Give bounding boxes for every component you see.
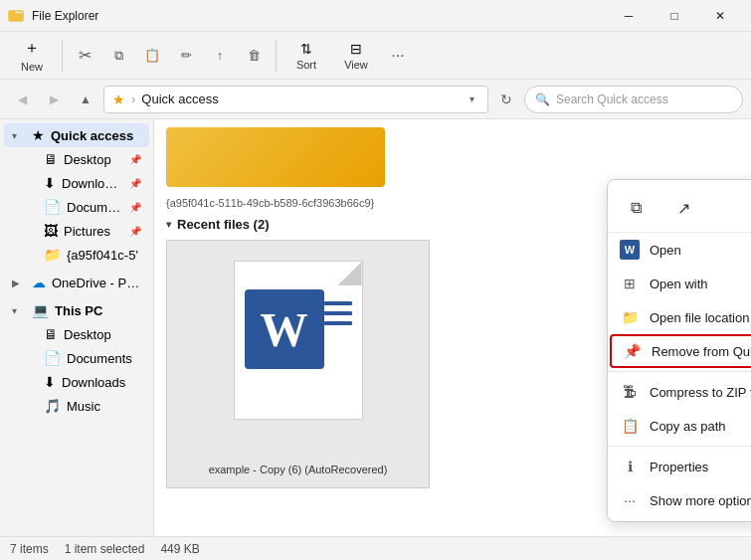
maximize-button[interactable]: □ (652, 0, 697, 32)
sidebar-item-quick-access[interactable]: ▾ ★ Quick access (4, 123, 149, 147)
search-icon: 🔍 (535, 93, 550, 106)
doc-line-1 (324, 301, 352, 305)
view-icon: ⊟ (350, 41, 362, 57)
onedrive-label: OneDrive - Perso (52, 276, 141, 290)
expand-arrow-onedrive: ▶ (12, 278, 26, 288)
ctx-zip-label: Compress to ZIP file (650, 385, 751, 400)
sidebar-item-pc-downloads[interactable]: ⬇ Downloads (4, 370, 149, 394)
this-pc-icon: 💻 (32, 302, 49, 318)
desktop-icon: 🖥 (44, 151, 58, 167)
ctx-item-open[interactable]: W Open Enter (608, 233, 751, 267)
paste-button[interactable]: 📋 (136, 40, 168, 72)
sidebar-item-downloads[interactable]: ⬇ Downloads 📌 (4, 171, 149, 195)
ctx-copy-path-label: Copy as path (650, 419, 751, 434)
doc-corner (338, 262, 362, 285)
ctx-copy-icon: ⧉ (631, 199, 642, 217)
ctx-item-remove-quick-access[interactable]: 📌 Remove from Quick access (610, 334, 751, 368)
view-button[interactable]: ⊟ View (332, 37, 380, 75)
pin-icon-pictures: 📌 (129, 226, 141, 237)
ctx-open-with-icon: ⊞ (620, 274, 640, 293)
ctx-separator-2 (608, 446, 751, 447)
word-w-letter: W (261, 302, 308, 357)
selected-count: 1 item selected (65, 542, 145, 556)
cut-button[interactable]: ✂ (69, 40, 100, 72)
delete-button[interactable]: 🗑 (238, 40, 270, 72)
minimize-button[interactable]: ─ (606, 0, 652, 32)
ctx-item-open-with[interactable]: ⊞ Open with ▶ (608, 267, 751, 300)
address-bar[interactable]: ★ › Quick access ▾ (103, 86, 488, 113)
pc-downloads-label: Downloads (62, 375, 141, 390)
content-area: {a95f041c-511b-49cb-b589-6cf3963b66c9} ▾… (154, 119, 751, 536)
sidebar-item-pc-desktop[interactable]: 🖥 Desktop (4, 322, 149, 346)
title-bar: File Explorer ─ □ ✕ (0, 0, 751, 32)
ctx-properties-icon: ℹ (620, 457, 640, 476)
documents-label: Documents (67, 200, 123, 215)
sidebar-item-desktop[interactable]: 🖥 Desktop 📌 (4, 147, 149, 171)
doc-line-2 (324, 311, 352, 315)
ctx-share-button[interactable]: ↗ (667, 192, 699, 224)
sort-icon: ⇅ (300, 41, 312, 57)
item-count: 7 items (10, 542, 49, 556)
more-icon: ··· (391, 47, 404, 65)
copy-button[interactable]: ⧉ (102, 40, 134, 72)
up-button[interactable]: ▲ (72, 86, 99, 113)
sidebar-item-onedrive[interactable]: ▶ ☁ OneDrive - Perso (4, 271, 149, 294)
downloads-label: Downloads (62, 176, 123, 191)
back-button[interactable]: ◀ (8, 86, 36, 113)
sort-button[interactable]: ⇅ Sort (282, 37, 330, 75)
ctx-item-open-file-location[interactable]: 📁 Open file location (608, 300, 751, 334)
ctx-separator-1 (608, 371, 751, 372)
star-icon: ★ (112, 92, 125, 107)
pictures-label: Pictures (64, 224, 123, 239)
rename-button[interactable]: ✏ (170, 40, 202, 72)
main-layout: ▾ ★ Quick access 🖥 Desktop 📌 ⬇ Downloads… (0, 119, 751, 536)
sidebar-item-pc-documents[interactable]: 📄 Documents (4, 346, 149, 370)
ctx-item-show-more[interactable]: ··· Show more options Shift+F10 (608, 483, 751, 517)
address-path: Quick access (141, 92, 458, 106)
sidebar-item-documents[interactable]: 📄 Documents 📌 (4, 195, 149, 219)
view-label: View (344, 59, 368, 71)
ctx-item-properties[interactable]: ℹ Properties Alt+Enter (608, 450, 751, 483)
more-button[interactable]: ··· (382, 40, 414, 72)
pc-downloads-icon: ⬇ (44, 374, 56, 390)
copy-icon: ⧉ (114, 48, 123, 64)
pictures-icon: 🖼 (44, 223, 58, 239)
address-dropdown-button[interactable]: ▾ (464, 92, 479, 107)
new-button[interactable]: ＋ New (8, 34, 56, 77)
forward-button[interactable]: ▶ (40, 86, 68, 113)
ctx-copy-button[interactable]: ⧉ (620, 192, 652, 224)
pc-desktop-label: Desktop (64, 327, 141, 342)
toggle-arrow-recent[interactable]: ▾ (166, 219, 171, 230)
search-box[interactable]: 🔍 Search Quick access (524, 86, 743, 113)
ctx-file-location-icon: 📁 (620, 307, 640, 327)
app-icon (8, 8, 24, 24)
file-name-label: example - Copy (6) (AutoRecovered) (209, 464, 388, 475)
toolbar-separator-1 (62, 40, 63, 72)
new-icon: ＋ (24, 38, 40, 59)
expand-arrow-quick-access: ▾ (12, 130, 26, 141)
sidebar-item-this-pc[interactable]: ▾ 💻 This PC (4, 298, 149, 322)
sidebar-item-pc-music[interactable]: 🎵 Music (4, 394, 149, 418)
sidebar-item-folder-shortcut[interactable]: 📁 {a95f041c-5' (4, 243, 149, 267)
sidebar-item-pictures[interactable]: 🖼 Pictures 📌 (4, 219, 149, 243)
downloads-icon: ⬇ (44, 175, 56, 191)
ctx-item-copy-path[interactable]: 📋 Copy as path (608, 409, 751, 443)
ctx-file-location-label: Open file location (650, 310, 751, 325)
close-button[interactable]: ✕ (697, 0, 743, 32)
ctx-open-label: Open (650, 243, 751, 258)
quick-access-icon: ★ (32, 127, 45, 143)
onedrive-icon: ☁ (32, 275, 46, 290)
ctx-open-with-label: Open with (650, 277, 751, 291)
ctx-item-compress-zip[interactable]: 🗜 Compress to ZIP file (608, 375, 751, 409)
ctx-show-more-icon: ··· (620, 490, 640, 510)
nav-bar: ◀ ▶ ▲ ★ › Quick access ▾ ↻ 🔍 Search Quic… (0, 80, 751, 119)
rename-icon: ✏ (181, 48, 192, 63)
pc-desktop-icon: 🖥 (44, 326, 58, 342)
cut-icon: ✂ (79, 46, 92, 65)
status-bar: 7 items 1 item selected 449 KB (0, 536, 751, 560)
ctx-share-icon: ↗ (677, 199, 690, 218)
search-placeholder: Search Quick access (556, 93, 668, 106)
pc-music-icon: 🎵 (44, 398, 61, 414)
refresh-button[interactable]: ↻ (492, 86, 520, 113)
share-button[interactable]: ↑ (204, 40, 236, 72)
